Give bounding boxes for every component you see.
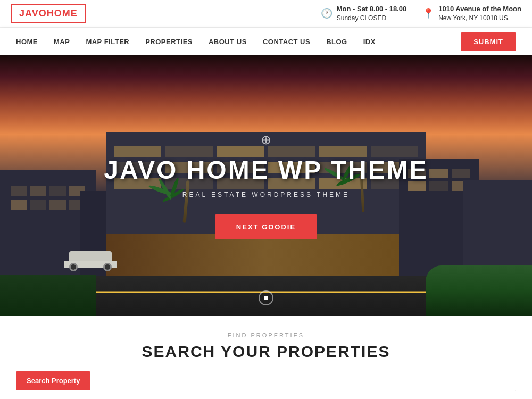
address-text: 1010 Avenue of the Moon New York, NY 100… xyxy=(438,4,521,23)
clock-icon: 🕐 xyxy=(321,7,332,19)
hero-subtitle: REAL ESTATE WORDPRESS THEME xyxy=(182,191,350,198)
nav-link-map[interactable]: MAP xyxy=(54,38,70,46)
slider-dots[interactable] xyxy=(259,290,273,305)
hero-title: JAVO HOME WP THEME xyxy=(104,155,428,185)
compass-icon: ⊕ xyxy=(261,132,271,147)
nav-links: HOME MAP MAP FILTER PROPERTIES ABOUT US … xyxy=(16,37,376,46)
hero-content: ⊕ JAVO HOME WP THEME REAL ESTATE WORDPRE… xyxy=(0,55,532,316)
nav-item-blog[interactable]: BLOG xyxy=(326,37,347,46)
main-nav: HOME MAP MAP FILTER PROPERTIES ABOUT US … xyxy=(0,28,532,55)
nav-item-contact[interactable]: CONTACT US xyxy=(263,37,310,46)
nav-link-contact[interactable]: CONTACT US xyxy=(263,38,310,46)
hours-text: Mon - Sat 8.00 - 18.00 Sunday CLOSED xyxy=(337,4,407,23)
hero-section: ⊕ JAVO HOME WP THEME REAL ESTATE WORDPRE… xyxy=(0,55,532,316)
nav-item-map[interactable]: MAP xyxy=(54,37,70,46)
nav-link-properties[interactable]: PROPERTIES xyxy=(145,38,193,46)
nav-link-map-filter[interactable]: MAP FILTER xyxy=(86,38,129,46)
nav-link-idx[interactable]: IDX xyxy=(363,38,376,46)
search-tabs: Search Property xyxy=(16,371,516,390)
search-tab-active[interactable]: Search Property xyxy=(16,371,90,390)
nav-link-about[interactable]: ABOUT US xyxy=(209,38,247,46)
search-form: All Type House Apartment Villa Office Al… xyxy=(16,390,516,399)
location-icon: 📍 xyxy=(422,7,434,19)
logo[interactable]: JAVOHOME xyxy=(11,4,86,23)
nav-item-home[interactable]: HOME xyxy=(16,37,38,46)
slider-dot[interactable] xyxy=(259,290,273,305)
nav-link-blog[interactable]: BLOG xyxy=(326,38,347,46)
top-info: 🕐 Mon - Sat 8.00 - 18.00 Sunday CLOSED 📍… xyxy=(321,4,521,23)
top-bar: JAVOHOME 🕐 Mon - Sat 8.00 - 18.00 Sunday… xyxy=(0,0,532,28)
hours-info: 🕐 Mon - Sat 8.00 - 18.00 Sunday CLOSED xyxy=(321,4,407,23)
nav-item-about[interactable]: ABOUT US xyxy=(209,37,247,46)
nav-item-idx[interactable]: IDX xyxy=(363,37,376,46)
submit-button[interactable]: SUBMIT xyxy=(461,32,516,51)
search-title: SEARCH YOUR PROPERTIES xyxy=(16,343,516,361)
address-info: 📍 1010 Avenue of the Moon New York, NY 1… xyxy=(422,4,521,23)
hero-cta-button[interactable]: NEXT GOODIE xyxy=(215,214,317,239)
find-properties-label: FIND PROPERTIES xyxy=(16,332,516,338)
slider-dot-fill xyxy=(264,296,268,300)
nav-item-map-filter[interactable]: MAP FILTER xyxy=(86,37,129,46)
search-section: FIND PROPERTIES SEARCH YOUR PROPERTIES S… xyxy=(0,316,532,399)
nav-item-properties[interactable]: PROPERTIES xyxy=(145,37,193,46)
nav-link-home[interactable]: HOME xyxy=(16,38,38,46)
